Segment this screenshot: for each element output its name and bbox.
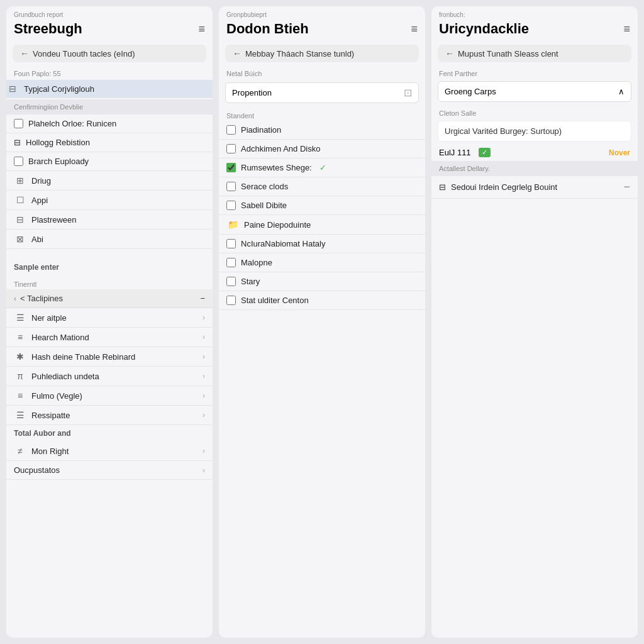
panel3-eul-row: EulJ 111 ✓ Nover <box>431 144 638 161</box>
panel1-section4-label: Tinerntl <box>6 275 213 289</box>
chevron-icon-2: › <box>203 352 205 361</box>
panel2-cl-2: Rumsewtes Shege: <box>241 163 312 172</box>
panel2-cb-4[interactable] <box>226 201 236 210</box>
panel2-cb-8[interactable] <box>226 277 236 286</box>
panel1-mon-right-label: Mon Right <box>31 447 69 456</box>
panel2-cl-6: NcIuraNabiomat Hataly <box>241 239 325 248</box>
panel3-title-row: Uricyndacklie ≡ <box>431 19 638 42</box>
panel2-input-row: ⊡ <box>225 82 419 103</box>
panel2-back-button[interactable]: ← Mebbay Tháach Stanse tunld) <box>225 45 419 62</box>
panel3-subtitle: fronbuch: <box>431 6 638 19</box>
panel3-back-button[interactable]: ← Mupust Tunath Sleass clent <box>438 45 631 62</box>
panel2-cb-9[interactable] <box>226 296 236 305</box>
panel2-check-0: Piadination <box>219 121 425 140</box>
cross-icon: ⊠ <box>14 234 26 244</box>
minus-icon[interactable]: − <box>200 294 205 303</box>
item-minus-button[interactable]: − <box>623 180 630 194</box>
panel1-menu-icon[interactable]: ≡ <box>198 23 205 36</box>
panel1-menu-0[interactable]: ☰ Ner aitple › <box>6 308 213 328</box>
panel1-menu-label-2: Hash deine Tnable Rebinard <box>31 352 135 362</box>
panel1-abi-item[interactable]: ⊠ Abi <box>6 230 213 249</box>
mon-right-chevron: › <box>203 447 205 455</box>
monitor2-icon: ⊟ <box>14 214 26 225</box>
checkbox-icon: ☐ <box>14 195 26 205</box>
panel2-check-7: Malopne <box>219 253 425 272</box>
panel1-back-arrow: ← <box>20 48 29 58</box>
panel1-oucpustatos-label: Oucpustatos <box>14 465 60 475</box>
panel1-appi-label: Appi <box>31 196 48 205</box>
panel3-fent-label: Fent Parther <box>431 65 638 79</box>
panel1-plastreween-item[interactable]: ⊟ Plastreween <box>6 210 213 230</box>
panel1-section1-label: Foun Paplo: 55 <box>6 65 213 79</box>
panel2-check-3: Serace clods <box>219 177 425 196</box>
panel2-cb-2[interactable] <box>226 163 236 172</box>
menu-icon-2: ✱ <box>14 352 26 362</box>
panel3-content: Fent Parther Groeng Carps ∧ Cleton Salle… <box>431 65 638 638</box>
panel1-driug-item[interactable]: ⊞ Driug <box>6 171 213 191</box>
panel2-folder-item[interactable]: 📁 Paine Diepoduinte <box>219 215 425 235</box>
eul-badge: ✓ <box>479 148 491 157</box>
chevron-icon-0: › <box>203 313 205 322</box>
panel1-menu-2[interactable]: ✱ Hash deine Tnable Rebinard › <box>6 347 213 367</box>
panel2-menu-icon[interactable]: ≡ <box>411 23 418 36</box>
nover-badge: Nover <box>609 148 630 157</box>
panel1-title: Streebugh <box>14 21 82 37</box>
panel1-oucpustatos[interactable]: Oucpustatos › <box>6 461 213 480</box>
panel2-cb-6[interactable] <box>226 239 236 248</box>
panel2-cl-4: Sabell Dibite <box>241 201 287 210</box>
panel3-back-arrow: ← <box>445 48 454 58</box>
panel1-checkbox-0[interactable] <box>14 119 23 128</box>
panel3-fent-dropdown[interactable]: Groeng Carps ∧ <box>438 81 631 102</box>
panel2-cb-0[interactable] <box>226 125 236 135</box>
panel1-check-label-2: Brarch Euploady <box>28 157 89 166</box>
check-green-icon: ✓ <box>319 163 326 172</box>
chevron-icon-5: › <box>203 411 205 419</box>
folder-icon: 📁 <box>226 219 239 230</box>
menu-icon-0: ☰ <box>14 313 26 323</box>
panel1-appi-item[interactable]: ☐ Appi <box>6 191 213 210</box>
panel1-checkbox-2[interactable] <box>14 157 23 166</box>
panel2-search-input[interactable] <box>232 88 399 97</box>
panel1-total-label: Total Aubor and <box>6 425 213 441</box>
panel2-check-8: Stary <box>219 272 425 291</box>
panel3-menu-icon[interactable]: ≡ <box>623 23 630 36</box>
panel1-back-label: Vondeu Tuouth tacles (eInd) <box>33 49 135 58</box>
panel1-menu-label-3: Puhlediach undeta <box>31 372 99 381</box>
panel2-cl-7: Malopne <box>241 258 272 267</box>
panel2-cl-0: Piadination <box>241 125 281 135</box>
panel2-check-2: Rumsewtes Shege: ✓ <box>219 158 425 177</box>
input-clear-icon[interactable]: ⊡ <box>404 87 412 99</box>
menu-icon-1: ≡ <box>14 332 26 342</box>
panel1-mon-right[interactable]: ≠ Mon Right › <box>6 441 213 461</box>
panel1-menu-label-1: Hearch Mationd <box>31 333 89 342</box>
panel1-content: Foun Paplo: 55 ⊟ Typjcal Corjvliglouh Ce… <box>6 65 213 638</box>
panel1-icon-1: ⊟ <box>14 138 21 147</box>
panel2-cb-7[interactable] <box>226 258 236 267</box>
panel2-check-4: Sabell Dibite <box>219 196 425 215</box>
oucpustatos-chevron: › <box>203 466 205 475</box>
panel1-collapsible[interactable]: ‹ < Taclipines − <box>6 289 213 308</box>
panel-streebugh: Grundbuch report Streebugh ≡ ← Vondeu Tu… <box>6 6 213 638</box>
panel1-typical-item[interactable]: ⊟ Typjcal Corjvliglouh <box>6 80 213 98</box>
panel2-cb-1[interactable] <box>226 144 236 153</box>
panel-uricyndacklie: fronbuch: Uricyndacklie ≡ ← Mupust Tunat… <box>431 6 638 638</box>
panel1-back-button[interactable]: ← Vondeu Tuouth tacles (eInd) <box>13 45 206 62</box>
panel1-menu-label-4: Fulmo (Vegle) <box>31 391 82 401</box>
panel2-cb-3[interactable] <box>226 182 236 191</box>
panel2-check-6: NcIuraNabiomat Hataly <box>219 235 425 253</box>
panel1-check-item-1: ⊟ Hollogg Rebistion <box>6 133 213 152</box>
panel1-section2-label: Cenfirmingiion Devblie <box>6 99 213 114</box>
panel1-menu-1[interactable]: ≡ Hearch Mationd › <box>6 328 213 347</box>
panel1-menu-5[interactable]: ☰ Ressipatte › <box>6 406 213 425</box>
panel2-content: Netal Búich ⊡ Standent Piadination Adchk… <box>219 65 425 638</box>
panel1-menu-3[interactable]: π Puhlediach undeta › <box>6 367 213 386</box>
panel2-check-9: Stat ulditer Centon <box>219 291 425 310</box>
panel2-back-label: Mebbay Tháach Stanse tunld) <box>245 49 354 58</box>
panel1-collapsible-label: < Taclipines <box>20 294 63 303</box>
panel2-cl-8: Stary <box>241 277 260 286</box>
panel2-cl-9: Stat ulditer Centon <box>241 296 309 305</box>
panel1-menu-4[interactable]: ≡ Fulmo (Vegle) › <box>6 386 213 406</box>
panel1-menu-label-0: Ner aitple <box>31 313 67 323</box>
monitor-icon: ⊟ <box>6 84 19 94</box>
panel3-item-label: Sedoui Irdein Cegrlelg Bouint <box>451 182 557 192</box>
